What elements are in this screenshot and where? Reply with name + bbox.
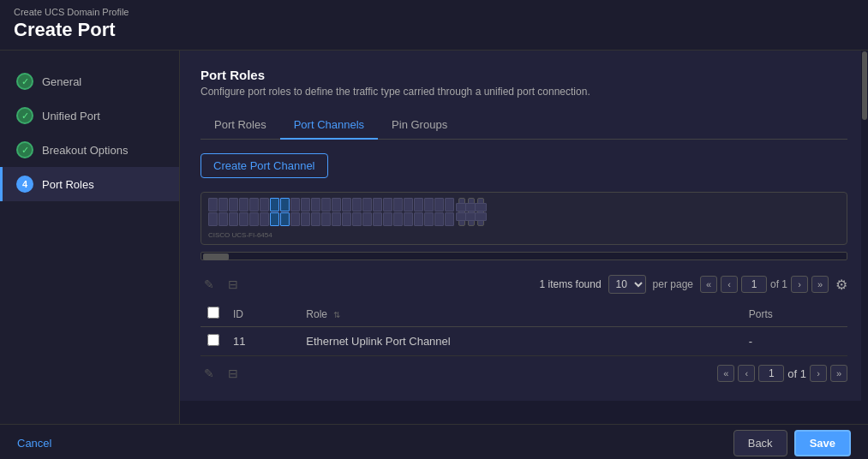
toolbar-actions: ✎ ⊟ xyxy=(201,274,242,295)
bottom-prev-page-btn[interactable]: ‹ xyxy=(738,365,755,382)
port-cell[interactable] xyxy=(290,212,300,226)
per-page-select[interactable]: 10 25 50 xyxy=(608,275,646,294)
sidebar-label-unified-port: Unified Port xyxy=(42,110,100,122)
tab-port-channels[interactable]: Port Channels xyxy=(280,111,378,140)
port-cell[interactable] xyxy=(424,212,434,226)
port-cell[interactable] xyxy=(383,212,392,226)
port-cell[interactable] xyxy=(475,203,487,212)
port-cell[interactable] xyxy=(229,212,238,226)
page-number-input[interactable] xyxy=(741,276,767,293)
prev-page-btn[interactable]: ‹ xyxy=(721,276,738,293)
bottom-edit-button[interactable]: ✎ xyxy=(201,363,218,384)
port-cell[interactable] xyxy=(260,198,269,212)
port-cell[interactable] xyxy=(249,212,259,226)
port-cell[interactable] xyxy=(301,212,310,226)
port-cell[interactable] xyxy=(332,212,341,226)
sidebar-item-unified-port[interactable]: ✓ Unified Port xyxy=(0,98,179,133)
diagram-scrollbar[interactable] xyxy=(201,252,847,260)
bottom-last-page-btn[interactable]: » xyxy=(830,365,847,382)
sidebar-item-general[interactable]: ✓ General xyxy=(0,64,179,98)
port-diagram: CISCO UCS-FI-6454 xyxy=(201,192,847,245)
create-port-channel-button[interactable]: Create Port Channel xyxy=(201,153,328,178)
col-header-role: Role ⇅ xyxy=(299,301,741,327)
ports-visual: CISCO UCS-FI-6454 xyxy=(208,198,840,239)
first-page-btn[interactable]: « xyxy=(700,276,717,293)
port-cell[interactable] xyxy=(445,212,454,226)
port-cell[interactable] xyxy=(352,212,362,226)
port-cell[interactable] xyxy=(404,212,413,226)
port-cell[interactable] xyxy=(393,198,403,212)
port-cell[interactable] xyxy=(434,212,444,226)
back-button[interactable]: Back xyxy=(733,430,787,456)
port-cell[interactable] xyxy=(239,212,248,226)
port-cell[interactable] xyxy=(383,198,392,212)
port-cell[interactable] xyxy=(280,212,290,226)
bottom-page-input[interactable] xyxy=(758,365,784,382)
bottom-next-page-btn[interactable]: › xyxy=(810,365,827,382)
tab-port-roles[interactable]: Port Roles xyxy=(201,111,280,140)
port-cell[interactable] xyxy=(342,198,351,212)
port-cell[interactable] xyxy=(424,198,434,212)
scrollbar-thumb[interactable] xyxy=(862,51,867,120)
port-cell[interactable] xyxy=(362,212,372,226)
port-cell[interactable] xyxy=(362,198,372,212)
port-cell[interactable] xyxy=(218,212,228,226)
breadcrumb: Create UCS Domain Profile xyxy=(14,7,854,17)
port-cell[interactable] xyxy=(280,198,290,212)
tab-pin-groups[interactable]: Pin Groups xyxy=(378,111,461,140)
port-cell[interactable] xyxy=(249,198,259,212)
page-title: Create Port xyxy=(14,19,854,41)
tabs-container: Port Roles Port Channels Pin Groups xyxy=(201,111,847,140)
page-nav-bottom: « ‹ of 1 › » xyxy=(717,365,847,382)
last-page-btn[interactable]: » xyxy=(811,276,829,293)
port-cell[interactable] xyxy=(445,198,454,212)
select-all-checkbox[interactable] xyxy=(207,307,219,319)
port-cell[interactable] xyxy=(208,198,218,212)
port-cell[interactable] xyxy=(260,212,269,226)
port-cell[interactable] xyxy=(229,198,238,212)
edit-button[interactable]: ✎ xyxy=(201,274,218,295)
port-cell[interactable] xyxy=(290,198,300,212)
port-cell[interactable] xyxy=(373,198,382,212)
port-cell[interactable] xyxy=(311,212,320,226)
page-total: of 1 xyxy=(770,278,787,290)
scroll-thumb[interactable] xyxy=(203,253,229,260)
save-button[interactable]: Save xyxy=(794,430,851,456)
col-header-ports: Ports xyxy=(742,301,847,327)
content-scrollbar[interactable] xyxy=(861,51,868,424)
delete-button[interactable]: ⊟ xyxy=(224,274,242,295)
port-cell[interactable] xyxy=(352,198,362,212)
port-cell[interactable] xyxy=(393,212,403,226)
role-sort-icon[interactable]: ⇅ xyxy=(333,310,340,319)
port-cell[interactable] xyxy=(342,212,351,226)
port-cell[interactable] xyxy=(321,212,331,226)
port-cell[interactable] xyxy=(404,198,413,212)
port-cell[interactable] xyxy=(332,198,341,212)
port-cell[interactable] xyxy=(414,212,423,226)
port-cell[interactable] xyxy=(301,198,310,212)
col-header-id: ID xyxy=(226,301,299,327)
number-icon-port-roles: 4 xyxy=(16,176,33,193)
port-cell[interactable] xyxy=(218,198,228,212)
port-cell[interactable] xyxy=(208,212,218,226)
page-nav-top: « ‹ of 1 › » xyxy=(700,276,829,293)
port-cell[interactable] xyxy=(321,198,331,212)
bottom-delete-button[interactable]: ⊟ xyxy=(224,363,242,384)
settings-gear-button[interactable]: ⚙ xyxy=(835,277,847,293)
port-cell[interactable] xyxy=(311,198,320,212)
port-cell[interactable] xyxy=(270,198,279,212)
port-cell[interactable] xyxy=(434,198,444,212)
port-cell[interactable] xyxy=(414,198,423,212)
row-checkbox[interactable] xyxy=(207,334,219,346)
next-page-btn[interactable]: › xyxy=(791,276,808,293)
port-cell[interactable] xyxy=(475,212,487,221)
port-cell[interactable] xyxy=(239,198,248,212)
bottom-first-page-btn[interactable]: « xyxy=(717,365,734,382)
sidebar-label-general: General xyxy=(42,75,81,88)
cancel-button[interactable]: Cancel xyxy=(17,437,51,450)
port-cell[interactable] xyxy=(373,212,382,226)
sidebar-item-breakout-options[interactable]: ✓ Breakout Options xyxy=(0,133,179,167)
section-title: Port Roles xyxy=(201,68,847,82)
port-cell[interactable] xyxy=(270,212,279,226)
sidebar-item-port-roles[interactable]: 4 Port Roles xyxy=(0,167,179,201)
